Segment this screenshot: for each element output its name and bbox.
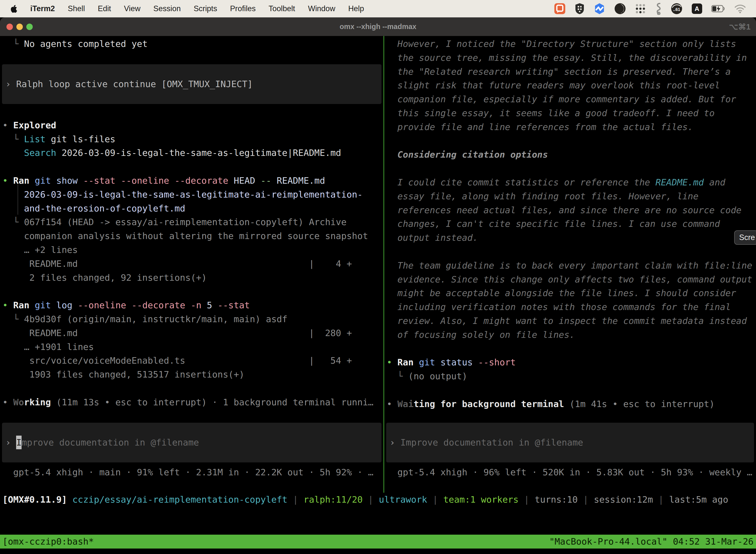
terminal-line: src/voice/voiceModeEnabled.ts | 54 + xyxy=(2,354,383,368)
chat-icon[interactable] xyxy=(554,3,566,15)
menu-item-toolbelt[interactable]: Toolbelt xyxy=(269,4,295,13)
left-input-placeholder: mprove documentation in @filename xyxy=(21,436,199,449)
terminal-line: The team guideline is to back every impo… xyxy=(387,259,756,273)
left-input-box[interactable]: › Improve documentation in @filename xyxy=(2,423,381,462)
terminal-line: 2 files changed, 92 insertions(+) xyxy=(2,271,383,285)
screen-edge-tooltip[interactable]: Scre xyxy=(734,230,756,245)
terminal-line: and-the-erosion-of-copyleft.md xyxy=(2,202,383,215)
window-title: omx --xhigh --madmax xyxy=(339,22,416,31)
menu-item-view[interactable]: View xyxy=(124,4,141,13)
minimize-button[interactable] xyxy=(16,23,23,30)
prompt-chevron: › xyxy=(5,77,16,91)
menu-bar: iTerm2 Shell Edit View Session Scripts P… xyxy=(0,0,756,17)
terminal-line xyxy=(387,342,756,356)
menu-item-session[interactable]: Session xyxy=(153,4,181,13)
prompt-chevron: › xyxy=(390,436,400,449)
terminal-line: └ 4b9d30f (origin/main, instructkr/main,… xyxy=(2,312,383,326)
terminal-line: Search 2026-03-09-is-legal-the-same-as-l… xyxy=(2,146,383,160)
menu-item-iterm2[interactable]: iTerm2 xyxy=(30,4,55,13)
prompt-chevron: › xyxy=(5,436,16,449)
menu-status-icons: ..61 A xyxy=(554,3,746,15)
percent-badge-label: ..61 xyxy=(673,7,680,12)
terminal-line: • Working (11m 13s • esc to interrupt) ·… xyxy=(2,395,383,409)
right-pane[interactable]: However, I noticed the "Directory Struct… xyxy=(384,36,756,493)
hexagon-bolt-icon[interactable] xyxy=(594,3,605,15)
window-titlebar[interactable]: omx --xhigh --madmax ⌥⌘1 xyxy=(0,17,756,36)
left-transcript: • Explored └ List git ls-files Search 20… xyxy=(2,118,383,409)
terminal-line: … +2 lines xyxy=(2,243,383,257)
tree-guide-line xyxy=(18,184,18,215)
terminal-line: However, I noticed the "Directory Struct… xyxy=(387,37,756,51)
terminal-line xyxy=(387,245,756,259)
a-square-icon[interactable]: A xyxy=(692,3,702,15)
terminal-line xyxy=(2,382,383,395)
menu-item-profiles[interactable]: Profiles xyxy=(230,4,255,13)
block-cursor: I xyxy=(16,436,21,449)
percent-badge-icon[interactable]: ..61 xyxy=(671,3,683,15)
terminal-line: companion analysis without altering the … xyxy=(2,229,383,243)
iterm2-window: omx --xhigh --madmax ⌥⌘1 └ No agents com… xyxy=(0,17,756,554)
terminal-line: of focusing solely on file lines. xyxy=(387,328,756,342)
menu-item-window[interactable]: Window xyxy=(308,4,335,13)
apple-menu-icon[interactable] xyxy=(10,4,18,14)
terminal-line: README.md | 4 + xyxy=(2,257,383,271)
terminal-line: └ (no output) xyxy=(387,369,756,383)
left-pane[interactable]: └ No agents completed yet › Ralph loop a… xyxy=(0,36,383,493)
omx-status-bar: [OMX#0.11.9] cczip/essay/ai-reimplementa… xyxy=(0,493,756,507)
battery-icon[interactable] xyxy=(711,3,725,15)
terminal-line: • Ran git show --stat --oneline --decora… xyxy=(2,174,383,188)
terminal-line: the source tree, missing the essay. Stil… xyxy=(387,51,756,65)
shield-grid-icon[interactable] xyxy=(574,3,585,15)
close-button[interactable] xyxy=(6,23,13,30)
ralph-loop-text: Ralph loop active continue [OMX_TMUX_INJ… xyxy=(16,77,253,91)
terminal-line: provide file and line references from th… xyxy=(387,120,756,134)
terminal-line: └ No agents completed yet xyxy=(2,37,383,51)
terminal-line: • Ran git status --short xyxy=(387,355,756,369)
terminal-line: • Explored xyxy=(2,118,383,132)
terminal-line: slight risk that future readers may over… xyxy=(387,78,756,92)
right-input-box[interactable]: › Improve documentation in @filename xyxy=(386,423,754,462)
terminal-line: evidence. Since this change only affects… xyxy=(387,273,756,286)
terminal-line: └ List git ls-files xyxy=(2,132,383,146)
right-input-placeholder: Improve documentation in @filename xyxy=(400,436,583,449)
terminal-line xyxy=(387,162,756,175)
terminal-line: output instead. xyxy=(387,231,756,245)
wifi-icon[interactable] xyxy=(734,3,746,15)
window-shortcut-badge: ⌥⌘1 xyxy=(729,22,751,32)
right-transcript: However, I noticed the "Directory Struct… xyxy=(387,37,756,411)
zoom-button[interactable] xyxy=(26,23,33,30)
terminal-line: essay file, along with finding root file… xyxy=(387,189,756,203)
menu-item-help[interactable]: Help xyxy=(348,4,364,13)
terminal-line: review. Also, I might want to inspect th… xyxy=(387,314,756,328)
tmux-session-window[interactable]: [omx-cczip0:bash* xyxy=(2,535,94,549)
terminal-line: companion file, especially if more comme… xyxy=(387,92,756,106)
window-bottom-edge xyxy=(0,549,756,554)
terminal-line: the "Related research writing" section i… xyxy=(387,65,756,79)
terminal-content: └ No agents completed yet › Ralph loop a… xyxy=(0,36,756,493)
terminal-line: • Ran git log --oneline --decorate -n 5 … xyxy=(2,298,383,312)
ralph-injection-box: › Ralph loop active continue [OMX_TMUX_I… xyxy=(2,64,381,104)
terminal-line: I could cite commit statistics or refere… xyxy=(387,175,756,189)
terminal-line xyxy=(2,160,383,174)
terminal-line xyxy=(387,134,756,148)
crescent-circle-icon[interactable] xyxy=(614,3,626,15)
terminal-line: • Waiting for background terminal (1m 41… xyxy=(387,397,756,411)
terminal-line: 1903 files changed, 513517 insertions(+) xyxy=(2,368,383,382)
terminal-line: README.md | 280 + xyxy=(2,326,383,340)
a-square-label: A xyxy=(695,5,699,12)
terminal-line: this single essay, it seems like a good … xyxy=(387,106,756,120)
right-model-statusline: gpt-5.4 xhigh · 96% left · 520K in · 5.8… xyxy=(387,465,756,479)
menu-items: iTerm2 Shell Edit View Session Scripts P… xyxy=(30,4,364,13)
dots-grid-icon[interactable] xyxy=(635,3,646,15)
terminal-line: … +1901 lines xyxy=(2,340,383,354)
terminal-line: might be acceptable alongside the file l… xyxy=(387,286,756,300)
menu-item-shell[interactable]: Shell xyxy=(68,4,85,13)
terminal-line: including verification notes with those … xyxy=(387,300,756,314)
menu-item-edit[interactable]: Edit xyxy=(98,4,111,13)
left-pre-lines: └ No agents completed yet xyxy=(2,37,383,51)
left-model-statusline: gpt-5.4 xhigh · main · 91% left · 2.31M … xyxy=(2,465,383,479)
terminal-line xyxy=(2,284,383,298)
terminal-line: Considering citation options xyxy=(387,148,756,162)
squiggle-icon[interactable] xyxy=(655,3,662,15)
menu-item-scripts[interactable]: Scripts xyxy=(194,4,217,13)
